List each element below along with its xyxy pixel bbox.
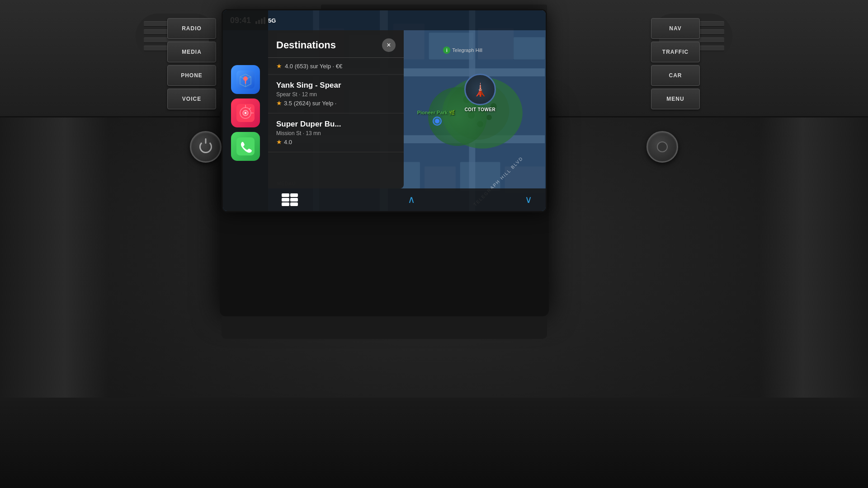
signal-5g-label: 5G [268, 17, 276, 24]
grid-cell [290, 193, 298, 197]
music-app-icon[interactable] [231, 99, 260, 127]
status-bar: 09:41 5G [223, 10, 546, 30]
destinations-panel: Destinations × ★ 4.0 (653) sur Yelp · €€… [268, 30, 404, 188]
coit-tower-label: COIT TOWER [464, 107, 496, 112]
svg-rect-35 [236, 137, 255, 155]
telegraph-hill-label: i Telegraph Hill [443, 47, 482, 54]
phone-button[interactable]: PHONE [167, 65, 216, 86]
destination-item-1[interactable]: Yank Sing - Spear Spear St · 12 mn ★ 3.5… [268, 75, 404, 113]
top-rating-row: ★ 4.0 (653) sur Yelp · €€ [268, 58, 404, 75]
location-dot [433, 117, 442, 126]
svg-rect-5 [429, 33, 474, 59]
carplay-screen: i Telegraph Hill Pioneer Park 🌿 🗼 CO [222, 9, 547, 212]
grid-cell [282, 198, 289, 202]
svg-rect-6 [478, 28, 514, 59]
top-rating-text: 4.0 (653) sur Yelp · €€ [285, 63, 342, 70]
coit-tower-marker: 🗼 COIT TOWER [464, 74, 496, 112]
grid-cell [282, 202, 289, 206]
grid-icon[interactable] [282, 193, 298, 206]
coit-tower-circle: 🗼 [464, 74, 496, 105]
star-icon: ★ [276, 62, 282, 70]
location-outer-ring [433, 117, 442, 126]
phone-app-icon[interactable] [231, 132, 260, 161]
star-icon: ★ [276, 99, 282, 107]
screen-bottom-bar: ∧ ∨ [268, 188, 546, 211]
media-button[interactable]: MEDIA [167, 42, 216, 62]
screen-bottom-strip [222, 316, 547, 339]
grid-cell [290, 198, 298, 202]
app-sidebar [223, 10, 268, 211]
star-icon: ★ [276, 138, 282, 145]
dest-rating-2: 4.0 [284, 139, 292, 145]
info-icon: i [443, 47, 450, 54]
maps-app-icon[interactable] [231, 65, 260, 94]
svg-rect-12 [425, 166, 456, 191]
traffic-button[interactable]: TRAFFIC [651, 42, 700, 62]
power-button[interactable] [190, 131, 222, 163]
right-controls: NAV TRAFFIC CAR MENU [651, 18, 701, 109]
nav-button[interactable]: NAV [651, 18, 700, 39]
left-controls: RADIO MEDIA PHONE VOICE [167, 18, 217, 109]
svg-point-34 [245, 112, 246, 114]
dest-name-2: Super Duper Bu... [276, 120, 396, 129]
grid-cell [290, 202, 298, 206]
pioneer-park-label: Pioneer Park 🌿 [417, 110, 455, 116]
destination-item-2[interactable]: Super Duper Bu... Mission St · 13 mn ★ 4… [268, 113, 404, 152]
dashboard-floor [0, 398, 868, 488]
coit-tower-icon: 🗼 [472, 82, 488, 97]
destinations-title: Destinations [276, 39, 336, 51]
nav-arrow-down[interactable]: ∨ [525, 194, 532, 206]
dashboard: PASSENGER AIR BAG OFF RADIO MEDIA PHONE … [0, 0, 868, 488]
grid-cell [282, 193, 289, 197]
volume-knob[interactable] [646, 131, 678, 163]
location-inner-dot [435, 119, 439, 123]
radio-button[interactable]: RADIO [167, 18, 216, 39]
dest-name-1: Yank Sing - Spear [276, 81, 396, 90]
svg-point-27 [486, 115, 492, 120]
nav-arrow-up[interactable]: ∧ [408, 194, 415, 206]
dest-rating-1: 3.5 (2624) sur Yelp · [284, 100, 336, 107]
voice-button[interactable]: VOICE [167, 89, 216, 109]
destinations-header: Destinations × [268, 30, 404, 58]
svg-rect-7 [514, 37, 545, 59]
power-icon [199, 141, 212, 153]
dest-subtitle-1: Spear St · 12 mn [276, 91, 396, 98]
dest-stars-2: ★ 4.0 [276, 138, 396, 145]
car-button[interactable]: CAR [651, 65, 700, 86]
destinations-close-button[interactable]: × [382, 38, 396, 52]
dest-stars-1: ★ 3.5 (2624) sur Yelp · [276, 99, 396, 107]
dest-subtitle-2: Mission St · 13 mn [276, 130, 396, 136]
menu-button[interactable]: MENU [651, 89, 700, 109]
